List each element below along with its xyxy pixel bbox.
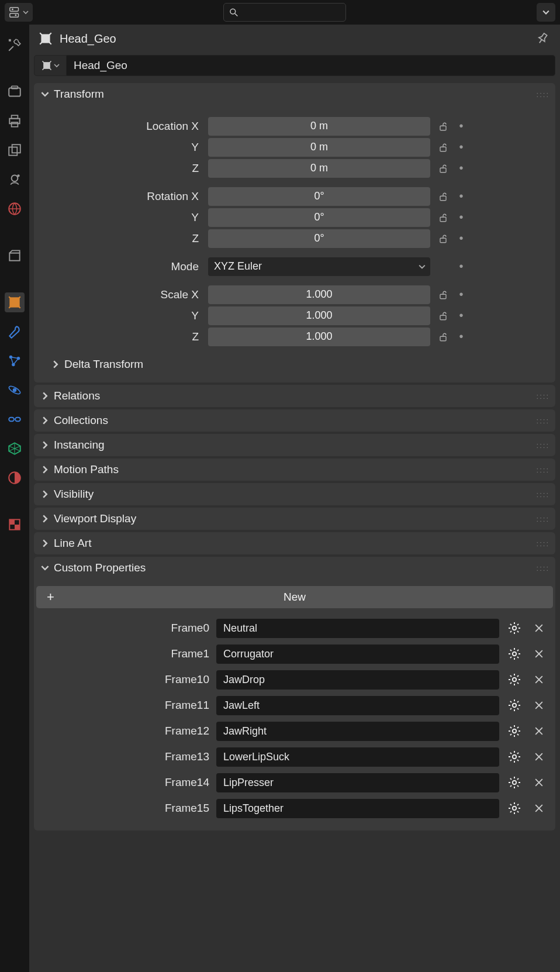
location-x-animate[interactable]: •	[456, 119, 466, 133]
custom-property-delete-button[interactable]	[530, 722, 548, 740]
tab-view-layer[interactable]	[5, 140, 25, 160]
tab-physics[interactable]	[5, 380, 25, 400]
tab-constraints[interactable]	[5, 409, 25, 429]
custom-property-delete-button[interactable]	[530, 799, 548, 818]
tab-collection[interactable]	[5, 246, 25, 266]
scale-z-lock[interactable]	[434, 328, 452, 346]
custom-property-value-field[interactable]: JawLeft	[216, 696, 499, 715]
rotation-z-field[interactable]: 0°	[208, 229, 430, 248]
panel-viewport-display-header[interactable]: Viewport Display ::::	[34, 508, 555, 530]
tab-tool[interactable]	[5, 35, 25, 55]
pin-button[interactable]	[533, 29, 552, 48]
custom-property-value-field[interactable]: JawRight	[216, 722, 499, 741]
location-x-lock[interactable]	[434, 117, 452, 136]
drag-grip-icon[interactable]: ::::	[537, 515, 549, 523]
rotation-mode-select[interactable]: XYZ Euler	[208, 257, 430, 276]
editor-type-selector[interactable]	[5, 3, 33, 22]
options-dropdown[interactable]	[537, 3, 555, 22]
rotation-y-animate[interactable]: •	[456, 211, 466, 224]
drag-grip-icon[interactable]: ::::	[537, 90, 549, 99]
delta-transform-header[interactable]: Delta Transform	[34, 354, 555, 374]
svg-rect-12	[12, 144, 20, 153]
rotation-x-animate[interactable]: •	[456, 189, 466, 203]
custom-property-delete-button[interactable]	[530, 670, 548, 689]
drag-grip-icon[interactable]: ::::	[537, 441, 549, 450]
panel-collections-header[interactable]: Collections ::::	[34, 409, 555, 432]
custom-property-delete-button[interactable]	[530, 644, 548, 663]
tab-particles[interactable]	[5, 351, 25, 371]
scale-x-field[interactable]: 1.000	[208, 285, 430, 304]
custom-property-delete-button[interactable]	[530, 696, 548, 715]
svg-line-5	[235, 13, 237, 16]
location-z-lock[interactable]	[434, 159, 452, 178]
rotation-x-lock[interactable]	[434, 187, 452, 206]
tab-world[interactable]	[5, 199, 25, 219]
custom-property-edit-button[interactable]	[505, 747, 524, 766]
close-icon	[533, 751, 545, 763]
tab-data[interactable]	[5, 439, 25, 459]
tab-output[interactable]	[5, 111, 25, 131]
stacked-images-icon	[7, 143, 22, 158]
new-custom-property-button[interactable]: + New	[36, 586, 553, 608]
search-input-container[interactable]	[223, 3, 346, 22]
custom-property-value-field[interactable]: Neutral	[216, 619, 499, 638]
scale-x-animate[interactable]: •	[456, 288, 466, 301]
panel-visibility: Visibility ::::	[34, 483, 555, 505]
location-y-field[interactable]: 0 m	[208, 138, 430, 157]
datablock-browse-button[interactable]	[34, 55, 67, 76]
panel-line-art-header[interactable]: Line Art ::::	[34, 532, 555, 554]
scale-z-field[interactable]: 1.000	[208, 328, 430, 346]
tab-scene[interactable]	[5, 170, 25, 189]
rotation-y-lock[interactable]	[434, 208, 452, 227]
tab-modifiers[interactable]	[5, 322, 25, 342]
drag-grip-icon[interactable]: ::::	[537, 490, 549, 499]
panel-transform-header[interactable]: Transform ::::	[34, 83, 555, 105]
tab-material[interactable]	[5, 468, 25, 488]
rotation-z-lock[interactable]	[434, 229, 452, 248]
location-z-animate[interactable]: •	[456, 161, 466, 175]
drag-grip-icon[interactable]: ::::	[537, 466, 549, 474]
custom-property-value-field[interactable]: LipPresser	[216, 773, 499, 792]
tab-texture[interactable]	[5, 515, 25, 535]
panel-visibility-header[interactable]: Visibility ::::	[34, 483, 555, 505]
custom-property-delete-button[interactable]	[530, 619, 548, 637]
custom-property-edit-button[interactable]	[505, 670, 524, 689]
panel-motion-paths-header[interactable]: Motion Paths ::::	[34, 459, 555, 481]
scale-x-lock[interactable]	[434, 285, 452, 304]
drag-grip-icon[interactable]: ::::	[537, 564, 549, 573]
datablock-name-field[interactable]: Head_Geo	[67, 55, 555, 76]
custom-property-delete-button[interactable]	[530, 773, 548, 792]
location-y-lock[interactable]	[434, 138, 452, 157]
custom-property-edit-button[interactable]	[505, 722, 524, 740]
panel-relations-header[interactable]: Relations ::::	[34, 385, 555, 407]
rotation-mode-animate[interactable]: •	[456, 260, 466, 273]
scale-y-field[interactable]: 1.000	[208, 306, 430, 325]
rotation-y-field[interactable]: 0°	[208, 208, 430, 227]
search-input[interactable]	[243, 7, 341, 18]
tab-render[interactable]	[5, 82, 25, 102]
drag-grip-icon[interactable]: ::::	[537, 416, 549, 425]
custom-property-value-field[interactable]: LipsTogether	[216, 799, 499, 818]
custom-property-edit-button[interactable]	[505, 696, 524, 715]
custom-property-edit-button[interactable]	[505, 619, 524, 637]
drag-grip-icon[interactable]: ::::	[537, 392, 549, 401]
scale-y-animate[interactable]: •	[456, 309, 466, 322]
scale-z-animate[interactable]: •	[456, 330, 466, 343]
tab-object[interactable]	[5, 292, 25, 312]
panel-instancing-header[interactable]: Instancing ::::	[34, 434, 555, 456]
scale-y-lock[interactable]	[434, 306, 452, 325]
custom-property-edit-button[interactable]	[505, 799, 524, 818]
custom-property-value-field[interactable]: LowerLipSuck	[216, 747, 499, 767]
location-y-animate[interactable]: •	[456, 140, 466, 154]
panel-custom-properties-header[interactable]: Custom Properties ::::	[34, 557, 555, 579]
drag-grip-icon[interactable]: ::::	[537, 539, 549, 548]
location-z-field[interactable]: 0 m	[208, 159, 430, 178]
custom-property-edit-button[interactable]	[505, 773, 524, 792]
location-x-field[interactable]: 0 m	[208, 117, 430, 136]
rotation-x-field[interactable]: 0°	[208, 187, 430, 206]
custom-property-edit-button[interactable]	[505, 644, 524, 663]
rotation-z-animate[interactable]: •	[456, 232, 466, 245]
custom-property-value-field[interactable]: JawDrop	[216, 670, 499, 690]
custom-property-delete-button[interactable]	[530, 747, 548, 766]
custom-property-value-field[interactable]: Corrugator	[216, 644, 499, 664]
